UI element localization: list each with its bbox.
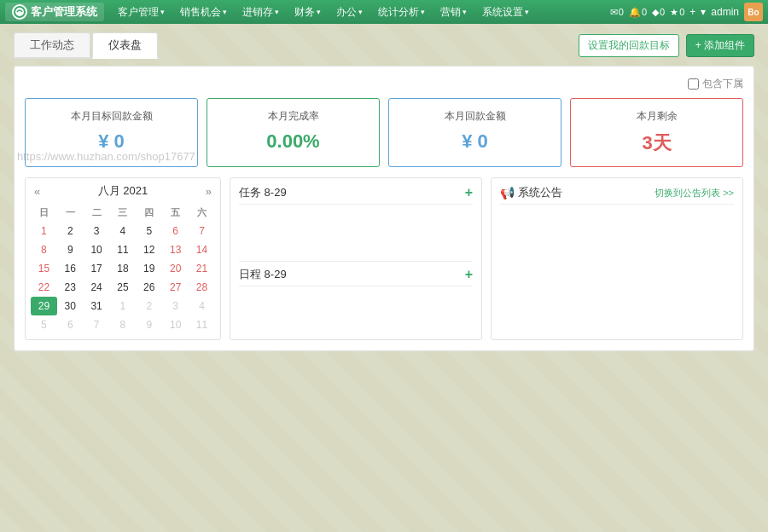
cal-day[interactable]: 21	[189, 259, 215, 278]
schedule-empty-area	[239, 286, 473, 329]
nav-item-office[interactable]: 办公 ▾	[329, 3, 369, 21]
lower-section: « 八月 2021 » 日 一 二 三 四 五 六	[25, 177, 743, 340]
cal-day[interactable]: 6	[57, 315, 84, 334]
cal-day[interactable]: 11	[110, 240, 137, 259]
arrow-btn[interactable]: ▾	[701, 6, 706, 18]
avatar[interactable]: Bo	[744, 3, 763, 21]
nav-item-stats[interactable]: 统计分析 ▾	[371, 3, 432, 21]
notice-header: 📢 系统公告 切换到公告列表 >>	[500, 185, 734, 205]
cal-day[interactable]: 5	[31, 315, 57, 334]
svg-point-0	[15, 7, 25, 17]
app-logo[interactable]: 客户管理系统	[5, 3, 104, 21]
add-schedule-btn[interactable]: +	[465, 267, 473, 282]
diamond-icon-btn[interactable]: ◆0	[652, 7, 665, 18]
weekday-sun: 日	[31, 204, 57, 222]
stat-card-remaining: 本月剩余 3天	[570, 98, 743, 167]
tab-dashboard[interactable]: 仪表盘	[92, 32, 158, 59]
notice-box: 📢 系统公告 切换到公告列表 >>	[491, 177, 743, 340]
cal-day[interactable]: 19	[136, 259, 162, 278]
notice-empty-area	[500, 208, 734, 310]
cal-day[interactable]: 4	[189, 297, 215, 315]
nav-item-settings[interactable]: 系统设置 ▾	[475, 3, 536, 21]
cal-day[interactable]: 23	[57, 278, 84, 297]
cal-day[interactable]: 30	[57, 297, 84, 315]
mail-icon-btn[interactable]: ✉0	[610, 7, 624, 18]
star-icon-btn[interactable]: ★0	[670, 7, 684, 18]
cal-next-btn[interactable]: »	[202, 185, 215, 198]
cal-day[interactable]: 24	[84, 278, 110, 297]
add-component-button[interactable]: + 添加组件	[686, 34, 754, 57]
add-task-btn[interactable]: +	[465, 185, 473, 200]
nav-item-marketing[interactable]: 营销 ▾	[433, 3, 474, 21]
cal-day[interactable]: 8	[31, 240, 57, 259]
cal-day[interactable]: 9	[57, 240, 84, 259]
admin-label: admin	[711, 6, 739, 18]
cal-day[interactable]: 4	[110, 222, 137, 240]
cal-day[interactable]: 10	[162, 315, 189, 334]
tabs-bar: 工作动态 仪表盘 设置我的回款目标 + 添加组件	[14, 32, 754, 59]
plus-btn[interactable]: +	[689, 6, 695, 18]
weekday-thu: 四	[136, 204, 162, 222]
cal-day[interactable]: 25	[110, 278, 137, 297]
cal-day[interactable]: 6	[162, 222, 189, 240]
card-value-actual: ¥ 0	[403, 130, 547, 153]
stat-card-target: 本月目标回款金额 ¥ 0	[25, 98, 198, 167]
cal-day[interactable]: 27	[162, 278, 189, 297]
cal-day[interactable]: 7	[189, 222, 215, 240]
nav-item-crm[interactable]: 客户管理 ▾	[111, 3, 172, 21]
cal-day[interactable]: 11	[189, 315, 215, 334]
caret-icon: ▾	[421, 8, 425, 16]
tabs-right: 设置我的回款目标 + 添加组件	[579, 34, 754, 57]
weekday-tue: 二	[84, 204, 110, 222]
notice-link[interactable]: 切换到公告列表 >>	[655, 187, 734, 200]
card-title-remaining: 本月剩余	[585, 109, 729, 124]
cal-day[interactable]: 2	[57, 222, 84, 240]
tab-work-updates[interactable]: 工作动态	[14, 32, 90, 57]
cal-day[interactable]: 12	[136, 240, 162, 259]
fold-label: 包含下属	[702, 77, 743, 91]
cal-day[interactable]: 1	[110, 297, 137, 315]
cal-day[interactable]: 10	[84, 240, 110, 259]
cal-day[interactable]: 14	[189, 240, 215, 259]
cal-day[interactable]: 8	[110, 315, 137, 334]
cal-day[interactable]: 3	[84, 222, 110, 240]
cal-day[interactable]: 28	[189, 278, 215, 297]
cal-day[interactable]: 18	[110, 259, 137, 278]
cal-day[interactable]: 26	[136, 278, 162, 297]
weekday-mon: 一	[57, 204, 84, 222]
nav-menu: 客户管理 ▾ 销售机会 ▾ 进销存 ▾ 财务 ▾ 办公 ▾ 统计分析 ▾ 营销 …	[111, 3, 610, 21]
cal-day[interactable]: 2	[136, 297, 162, 315]
cal-day[interactable]: 9	[136, 315, 162, 334]
notice-title-left: 📢 系统公告	[500, 185, 562, 200]
fold-checkbox[interactable]	[688, 78, 699, 90]
cal-day[interactable]: 17	[84, 259, 110, 278]
topnav-icons: ✉0 🔔0 ◆0 ★0	[610, 7, 685, 18]
logo-icon	[12, 4, 27, 20]
nav-item-finance[interactable]: 财务 ▾	[288, 3, 328, 21]
cal-day[interactable]: 22	[31, 278, 57, 297]
topnav: 客户管理系统 客户管理 ▾ 销售机会 ▾ 进销存 ▾ 财务 ▾ 办公 ▾ 统计分…	[0, 0, 768, 24]
cal-day[interactable]: 5	[136, 222, 162, 240]
cal-day[interactable]: 31	[84, 297, 110, 315]
nav-item-inventory[interactable]: 进销存 ▾	[236, 3, 286, 21]
cal-prev-btn[interactable]: «	[31, 185, 44, 198]
cal-day[interactable]: 1	[31, 222, 57, 240]
nav-item-sales[interactable]: 销售机会 ▾	[173, 3, 234, 21]
stat-cards: 本月目标回款金额 ¥ 0 本月完成率 0.00% 本月回款金额 ¥ 0 本月剩余…	[25, 98, 743, 167]
task-section-label: 任务 8-29	[239, 185, 287, 200]
cal-day[interactable]: 29	[31, 297, 57, 315]
cal-day[interactable]: 15	[31, 259, 57, 278]
bell-icon-btn[interactable]: 🔔0	[629, 7, 647, 18]
set-target-button[interactable]: 设置我的回款目标	[579, 34, 679, 57]
tasks-box: 任务 8-29 + 日程 8-29 +	[230, 177, 482, 340]
cal-day[interactable]: 20	[162, 259, 189, 278]
card-title-rate: 本月完成率	[221, 109, 365, 124]
stat-card-actual: 本月回款金额 ¥ 0	[388, 98, 561, 167]
cal-day[interactable]: 13	[162, 240, 189, 259]
cal-day[interactable]: 3	[162, 297, 189, 315]
card-title-target: 本月目标回款金额	[39, 109, 183, 124]
schedule-box: 日程 8-29 +	[239, 261, 473, 329]
caret-icon: ▾	[463, 8, 467, 16]
cal-day[interactable]: 16	[57, 259, 84, 278]
cal-day[interactable]: 7	[84, 315, 110, 334]
